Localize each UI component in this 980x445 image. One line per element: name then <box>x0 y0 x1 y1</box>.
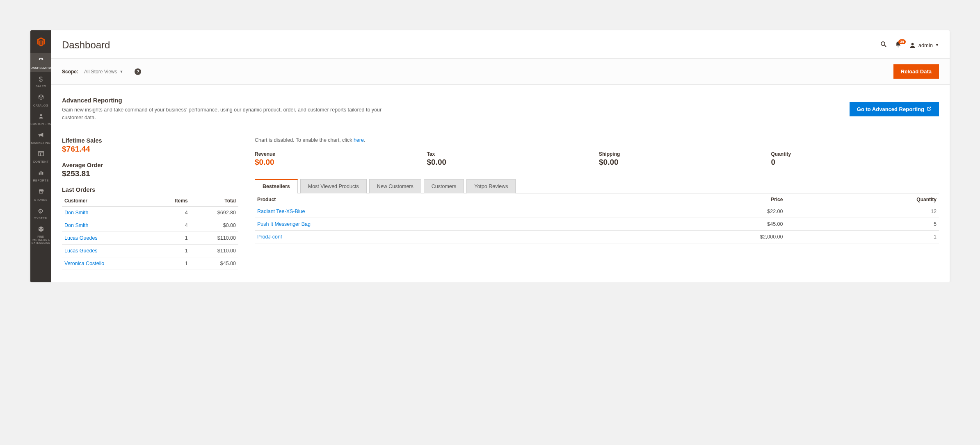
bestsellers-table: Product Price Quantity Radiant Tee-XS-Bl… <box>255 193 939 243</box>
sidebar-item-marketing[interactable]: MARKETING <box>30 128 51 147</box>
sidebar-nav: DASHBOARD $ SALES CATALOG CUSTOMERS MARK… <box>30 30 51 282</box>
metric-label: Tax <box>427 151 595 157</box>
cell-customer: Lucas Guedes <box>62 244 154 257</box>
last-orders-table: Customer Items Total Don Smith4$692.80Do… <box>62 195 238 270</box>
metric: Shipping$0.00 <box>599 151 767 167</box>
sidebar-item-label: CATALOG <box>30 104 51 107</box>
cell-items: 4 <box>154 206 190 219</box>
col-product[interactable]: Product <box>255 193 614 205</box>
cell-total: $0.00 <box>190 219 238 232</box>
sidebar-item-reports[interactable]: REPORTS <box>30 166 51 185</box>
bestsellers-panel: Product Price Quantity Radiant Tee-XS-Bl… <box>255 193 939 243</box>
chart-msg-prefix: Chart is disabled. To enable the chart, … <box>255 137 354 143</box>
scope-select[interactable]: All Store Views ▼ <box>84 69 123 75</box>
main-content: Dashboard 39 admin ▼ Scope: <box>51 30 950 282</box>
metric-value: 0 <box>771 158 939 167</box>
col-quantity[interactable]: Quantity <box>785 193 939 205</box>
page-header: Dashboard 39 admin ▼ <box>51 30 950 59</box>
notifications-badge: 39 <box>898 39 905 44</box>
sidebar-item-partners[interactable]: FIND PARTNERS & EXTENSIONS <box>30 222 51 247</box>
search-icon[interactable] <box>880 41 887 50</box>
chart-enable-link[interactable]: here <box>354 137 364 143</box>
cell-items: 1 <box>154 257 190 270</box>
advanced-reporting-row: Advanced Reporting Gain new insights and… <box>62 85 939 130</box>
col-customer[interactable]: Customer <box>62 195 154 207</box>
table-row[interactable]: Lucas Guedes1$110.00 <box>62 232 238 244</box>
col-total[interactable]: Total <box>190 195 238 207</box>
average-order-stat: Average Order $253.81 <box>62 162 238 178</box>
average-order-value: $253.81 <box>62 169 238 178</box>
table-row[interactable]: Veronica Costello1$45.00 <box>62 257 238 270</box>
cell-items: 1 <box>154 244 190 257</box>
col-items[interactable]: Items <box>154 195 190 207</box>
tab-new-customers[interactable]: New Customers <box>369 179 421 193</box>
advanced-reporting-desc: Gain new insights and take command of yo… <box>62 106 390 122</box>
notifications-icon[interactable]: 39 <box>895 41 902 50</box>
metric-value: $0.00 <box>599 158 767 167</box>
chart-disabled-message: Chart is disabled. To enable the chart, … <box>255 137 939 143</box>
metric: Quantity0 <box>771 151 939 167</box>
tab-most-viewed-products[interactable]: Most Viewed Products <box>300 179 367 193</box>
tab-bestsellers[interactable]: Bestsellers <box>255 179 298 193</box>
dashboard-left-column: Lifetime Sales $761.44 Average Order $25… <box>62 137 238 270</box>
sidebar-item-label: SALES <box>30 84 51 88</box>
scope-bar: Scope: All Store Views ▼ ? Reload Data <box>51 59 950 85</box>
help-icon[interactable]: ? <box>135 68 141 75</box>
col-price[interactable]: Price <box>614 193 785 205</box>
metric-value: $0.00 <box>427 158 595 167</box>
cell-price: $22.00 <box>614 205 785 218</box>
last-orders-title: Last Orders <box>62 186 238 193</box>
content-area: Advanced Reporting Gain new insights and… <box>51 85 950 282</box>
tab-yotpo-reviews[interactable]: Yotpo Reviews <box>466 179 516 193</box>
sidebar-item-label: FIND PARTNERS & EXTENSIONS <box>30 235 51 245</box>
table-row[interactable]: Don Smith4$692.80 <box>62 206 238 219</box>
advanced-reporting-button[interactable]: Go to Advanced Reporting <box>850 102 939 116</box>
sidebar-item-dashboard[interactable]: DASHBOARD <box>30 53 51 72</box>
table-row[interactable]: Lucas Guedes1$110.00 <box>62 244 238 257</box>
sidebar-item-label: DASHBOARD <box>30 66 51 70</box>
svg-rect-4 <box>39 173 40 175</box>
tab-customers[interactable]: Customers <box>424 179 464 193</box>
megaphone-icon <box>30 132 51 140</box>
cell-price: $45.00 <box>614 218 785 230</box>
svg-point-0 <box>40 114 42 116</box>
table-row[interactable]: Radiant Tee-XS-Blue$22.0012 <box>255 205 939 218</box>
sidebar-item-label: SYSTEM <box>30 216 51 220</box>
cube-icon <box>30 226 51 234</box>
cell-quantity: 1 <box>785 230 939 243</box>
svg-point-9 <box>911 43 914 45</box>
svg-point-7 <box>881 42 885 45</box>
cell-price: $2,000.00 <box>614 230 785 243</box>
lifetime-sales-stat: Lifetime Sales $761.44 <box>62 137 238 154</box>
sidebar-item-stores[interactable]: STORES <box>30 185 51 204</box>
cell-total: $110.00 <box>190 244 238 257</box>
cell-quantity: 12 <box>785 205 939 218</box>
svg-rect-1 <box>39 152 43 156</box>
scope-value: All Store Views <box>84 69 117 75</box>
dashboard-right-column: Chart is disabled. To enable the chart, … <box>255 137 939 270</box>
cell-product: Push It Messenger Bag <box>255 218 614 230</box>
sidebar-item-catalog[interactable]: CATALOG <box>30 91 51 109</box>
user-menu[interactable]: admin ▼ <box>909 42 939 49</box>
cell-quantity: 5 <box>785 218 939 230</box>
cell-total: $110.00 <box>190 232 238 244</box>
table-row[interactable]: Push It Messenger Bag$45.005 <box>255 218 939 230</box>
external-link-icon <box>927 106 932 112</box>
sidebar-item-sales[interactable]: $ SALES <box>30 72 51 91</box>
sidebar-item-system[interactable]: ⚙ SYSTEM <box>30 204 51 222</box>
box-icon <box>30 94 51 102</box>
magento-logo[interactable] <box>36 34 46 53</box>
reload-data-button[interactable]: Reload Data <box>893 64 939 79</box>
metric-label: Shipping <box>599 151 767 157</box>
metric: Tax$0.00 <box>427 151 595 167</box>
metrics-row: Revenue$0.00Tax$0.00Shipping$0.00Quantit… <box>255 151 939 167</box>
cell-total: $45.00 <box>190 257 238 270</box>
sidebar-item-customers[interactable]: CUSTOMERS <box>30 110 51 128</box>
cell-total: $692.80 <box>190 206 238 219</box>
sidebar-item-label: MARKETING <box>30 141 51 145</box>
sidebar-item-label: CUSTOMERS <box>30 122 51 126</box>
chart-msg-suffix: . <box>364 137 365 143</box>
table-row[interactable]: Don Smith4$0.00 <box>62 219 238 232</box>
table-row[interactable]: ProdJ-conf$2,000.001 <box>255 230 939 243</box>
sidebar-item-content[interactable]: CONTENT <box>30 147 51 166</box>
